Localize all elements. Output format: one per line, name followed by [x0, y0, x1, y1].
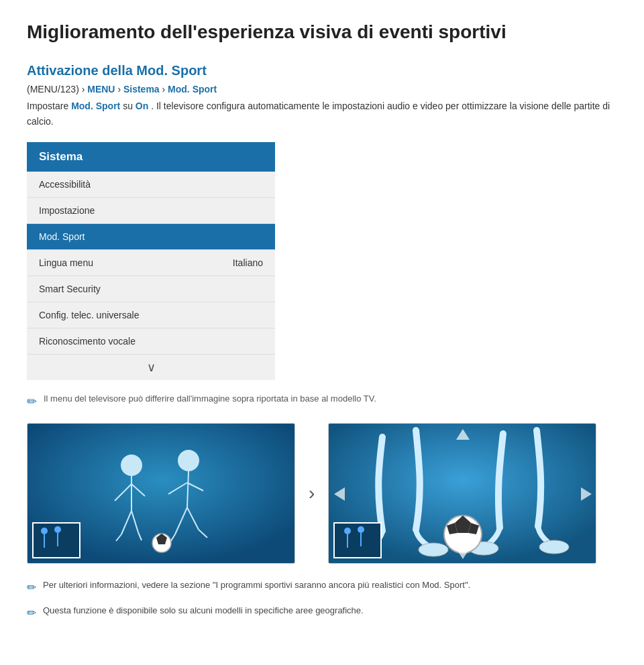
menu-items-list: Accessibilità Impostazione Mod. Sport Li… [27, 172, 275, 380]
note-text-2: Questa funzione è disponibile solo su al… [43, 604, 364, 617]
images-arrow: › [309, 483, 315, 504]
svg-point-25 [419, 543, 448, 556]
menu-chevron[interactable]: ∨ [27, 355, 275, 380]
instruction-prefix: Impostare [27, 101, 71, 111]
breadcrumb-sistema: Sistema [123, 84, 160, 95]
svg-point-1 [121, 455, 142, 476]
svg-point-27 [539, 540, 569, 554]
breadcrumb-sport: Mod. Sport [168, 84, 217, 95]
pencil-icon-2: ✏ [27, 605, 36, 622]
note-row-2: ✏ Questa funzione è disponibile solo su … [27, 604, 617, 622]
breadcrumb-sep3: › [162, 84, 168, 95]
menu-item-config-telec[interactable]: Config. telec. universale [27, 302, 275, 328]
breadcrumb-prefix: (MENU/123) [27, 84, 79, 95]
note-text-1: Per ulteriori informazioni, vedere la se… [43, 579, 470, 592]
breadcrumb-sep1: › [82, 84, 88, 95]
menu-item-label: Lingua menu [39, 257, 93, 268]
breadcrumb: (MENU/123) › MENU › Sistema › Mod. Sport [27, 84, 617, 95]
menu-item-label: Config. telec. universale [39, 310, 139, 320]
instruction-mod-sport: Mod. Sport [71, 101, 120, 111]
breadcrumb-sep2: › [117, 84, 123, 95]
images-row: › [27, 423, 617, 564]
menu-panel: Sistema Accessibilità Impostazione Mod. … [27, 142, 275, 380]
svg-rect-33 [334, 523, 381, 558]
pencil-icon-1: ✏ [27, 579, 36, 597]
menu-item-riconoscimento[interactable]: Riconoscimento vocale [27, 328, 275, 355]
section-heading: Attivazione della Mod. Sport [27, 63, 617, 78]
instruction-su: su [123, 101, 136, 111]
menu-note-text: Il menu del televisore può differire dal… [44, 392, 376, 406]
instruction-on: On [136, 101, 148, 111]
instruction-text: Impostare Mod. Sport su On . Il televiso… [27, 99, 617, 129]
pencil-icon: ✏ [27, 393, 37, 411]
menu-note: ✏ Il menu del televisore può differire d… [27, 392, 617, 411]
menu-item-value: Italiano [233, 257, 263, 268]
menu-item-smart-security[interactable]: Smart Security [27, 276, 275, 302]
menu-item-accessibilita[interactable]: Accessibilità [27, 172, 275, 198]
page-title: Miglioramento dell'esperienza visiva di … [27, 20, 617, 44]
menu-item-label: Accessibilità [39, 179, 91, 190]
left-sport-image [27, 423, 295, 564]
menu-header: Sistema [27, 142, 275, 172]
svg-point-19 [41, 528, 48, 534]
right-sport-image [328, 423, 596, 564]
menu-item-impostazione[interactable]: Impostazione [27, 198, 275, 224]
svg-point-34 [344, 528, 351, 534]
note-row-1: ✏ Per ulteriori informazioni, vedere la … [27, 579, 617, 597]
svg-point-21 [54, 526, 61, 533]
menu-item-label: Impostazione [39, 205, 95, 216]
menu-item-lingua-menu[interactable]: Lingua menu Italiano [27, 250, 275, 276]
menu-item-label: Smart Security [39, 284, 101, 294]
notes-section: ✏ Per ulteriori informazioni, vedere la … [27, 579, 617, 622]
svg-point-36 [358, 526, 364, 533]
menu-item-mod-sport[interactable]: Mod. Sport [27, 224, 275, 250]
menu-item-label: Mod. Sport [39, 231, 85, 242]
menu-item-label: Riconoscimento vocale [39, 336, 136, 347]
svg-point-9 [178, 450, 199, 471]
breadcrumb-menu: MENU [87, 84, 115, 95]
